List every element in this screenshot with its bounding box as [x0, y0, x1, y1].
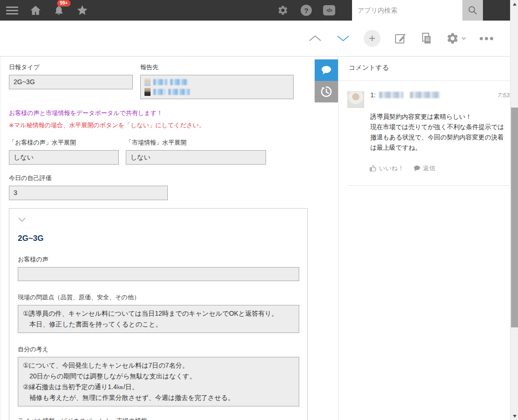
record-toolbar: + — [0, 21, 510, 57]
comment-divider — [347, 185, 510, 186]
user-avatar — [144, 78, 151, 86]
add-record-button[interactable]: + — [363, 29, 381, 48]
field-value-site-problems: ①誘導員の件、キャンセル料については当日12時までのキャンセルでOKと返答有り。… — [18, 305, 299, 333]
developer-code-icon[interactable]: </> — [323, 5, 335, 15]
speech-bubble-icon — [320, 65, 332, 75]
hamburger-menu-icon[interactable] — [6, 4, 19, 17]
comment-item: 1: 7:53 誘導員契約内容変更は素晴らしい！ 現在市場では売りてが強く不利な… — [338, 81, 510, 186]
blurred-commenter-name[interactable] — [379, 92, 403, 98]
scrollbar-thumb[interactable] — [511, 108, 518, 327]
field-label-site-problems: 現場の問題点（品質、原価、安全、その他） — [18, 293, 299, 302]
blurred-user-name[interactable] — [153, 79, 167, 85]
vertical-scrollbar[interactable] — [510, 0, 518, 420]
field-label-market-expand: 「市場情報」水平展開 — [126, 138, 266, 147]
edit-record-button[interactable] — [393, 31, 408, 46]
more-options-button[interactable] — [479, 36, 494, 41]
comment-number: 1: — [370, 91, 376, 99]
blurred-user-name[interactable] — [168, 89, 190, 95]
comment-text: 誘導員契約内容変更は素晴らしい！ 現在市場では売りてが強く不利な条件提示では撤退… — [370, 112, 510, 153]
tab-change-history[interactable] — [315, 81, 338, 102]
notice-share-text: お客様の声と市場情報をデータポータルで共有します！ — [9, 109, 315, 117]
like-label: いいね！ — [379, 164, 404, 173]
favorites-star-icon[interactable] — [76, 4, 89, 17]
blurred-commenter-name[interactable] — [410, 92, 440, 98]
side-tab-strip — [315, 57, 338, 420]
global-navigation-bar: 99+ ? </> — [0, 0, 510, 21]
field-label-nippo-type: 日報タイプ — [9, 63, 133, 72]
field-label-rival-info: ライバル情報、ビジネスパートナー市場の情報 — [18, 417, 299, 420]
comment-user-avatar — [347, 91, 364, 108]
chevron-down-icon — [461, 36, 467, 41]
gear-icon — [446, 32, 459, 45]
field-value-customer-voice — [18, 267, 299, 281]
group-title: 2G~3G — [18, 234, 299, 243]
edit-pencil-icon — [394, 32, 407, 45]
chevron-down-icon — [18, 217, 26, 223]
tab-comments[interactable] — [315, 59, 338, 81]
copy-document-icon — [420, 32, 433, 45]
field-label-customer-voice: お客様の声 — [18, 255, 299, 264]
field-value-my-thoughts: ①について、今回発生したキャンセル料は7日の7名分。 20日からの期間では調整し… — [18, 357, 299, 406]
field-value-report-to — [140, 75, 294, 99]
field-label-self-eval: 今日の自己評価 — [9, 174, 168, 182]
notice-confidential-text: ※マル秘情報の場合、水平展開のボタンを「しない」にしてください。 — [9, 121, 315, 130]
field-value-self-eval: 3 — [9, 186, 168, 200]
field-group-2g3g: 2G~3G お客様の声 現場の問題点（品質、原価、安全、その他） ①誘導員の件、… — [9, 208, 308, 420]
ellipsis-icon — [480, 37, 493, 40]
app-search-input[interactable] — [352, 0, 462, 21]
field-label-voice-expand: 「お客様の声」水平展開 — [9, 138, 119, 147]
search-button[interactable] — [462, 0, 483, 21]
history-icon — [320, 86, 332, 98]
comment-timestamp: 7:53 — [498, 92, 510, 99]
like-button[interactable]: いいね！ — [369, 164, 404, 173]
field-label-report-to: 報告先 — [140, 63, 294, 72]
user-avatar — [144, 88, 151, 96]
notification-count-badge: 99+ — [57, 0, 71, 7]
field-value-market-expand: しない — [126, 150, 266, 165]
thumbs-up-icon — [369, 165, 377, 172]
reply-button[interactable]: 返信 — [413, 164, 435, 173]
comment-input-prompt[interactable]: コメントする — [338, 57, 510, 81]
app-search — [352, 0, 483, 21]
field-value-nippo-type: 2G~3G — [9, 75, 133, 89]
comment-panel: コメントする 1: 7:53 誘導員契約内容変更は素晴らしい！ 現在市場では売り… — [338, 57, 510, 420]
field-label-my-thoughts: 自分の考え — [18, 345, 299, 354]
home-icon[interactable] — [29, 4, 42, 17]
help-icon[interactable]: ? — [301, 5, 312, 16]
app-window: 99+ ? </> — [0, 0, 518, 420]
admin-gear-icon[interactable] — [276, 4, 289, 17]
plus-icon: + — [364, 30, 381, 47]
field-value-voice-expand: しない — [9, 150, 119, 165]
record-settings-button[interactable] — [445, 31, 468, 46]
blurred-user-name[interactable] — [170, 79, 188, 85]
reply-label: 返信 — [423, 164, 435, 173]
next-record-button[interactable] — [335, 33, 352, 43]
report-to-user — [144, 78, 289, 87]
scrollbar-down-arrow[interactable] — [511, 412, 518, 420]
duplicate-record-button[interactable] — [419, 31, 434, 46]
group-collapse-button[interactable] — [18, 216, 29, 224]
report-to-user — [144, 88, 289, 96]
blurred-user-name[interactable] — [153, 89, 165, 95]
scrollbar-up-arrow[interactable] — [511, 0, 518, 8]
record-detail: 日報タイプ 2G~3G 報告先 — [0, 57, 315, 420]
reply-bubble-icon — [413, 165, 421, 172]
notification-bell-icon[interactable]: 99+ — [52, 4, 65, 17]
previous-record-button[interactable] — [307, 33, 324, 43]
